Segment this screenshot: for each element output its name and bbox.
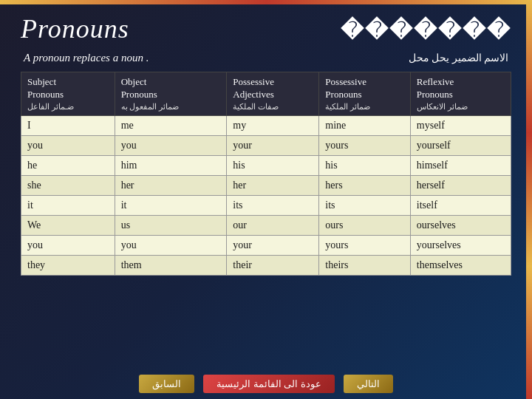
table-cell: ours: [319, 216, 410, 236]
slide: Pronouns ������� A pronoun replaces a no…: [0, 0, 532, 399]
table-cell: you: [21, 136, 115, 156]
table-header: ObjectPronounsضمائر المفعول به: [115, 72, 227, 116]
table-cell: his: [227, 156, 319, 176]
bottom-navigation: السابق عودة الى الفائمة الرئيسية التالي: [0, 375, 532, 393]
table-cell: your: [227, 136, 319, 156]
back-button[interactable]: عودة الى الفائمة الرئيسية: [203, 375, 335, 393]
next-button[interactable]: التالي: [344, 375, 393, 393]
table-cell: I: [21, 116, 115, 136]
table-row: Imemyminemyself: [21, 116, 511, 136]
table-cell: its: [319, 196, 410, 216]
table-row: Weusouroursourselves: [21, 216, 511, 236]
table-cell: him: [115, 156, 227, 176]
table-row: theythemtheirtheirsthemselves: [21, 256, 511, 276]
table-cell: its: [227, 196, 319, 216]
table-header: PossessivePronounsضمائر الملكية: [319, 72, 410, 116]
table-cell: yourself: [410, 136, 511, 156]
table-cell: our: [227, 216, 319, 236]
table-cell: We: [21, 216, 115, 236]
table-cell: ourselves: [410, 216, 511, 236]
header-row: Pronouns �������: [21, 13, 511, 44]
table-header: ReflexivePronounsضمائر الانعكاس: [410, 72, 511, 116]
table-cell: it: [115, 196, 227, 216]
pronouns-table: SubjectPronounsضـمائر الفاعلObjectPronou…: [21, 72, 511, 276]
table-cell: mine: [319, 116, 410, 136]
table-cell: yourselves: [410, 236, 511, 256]
table-cell: itself: [410, 196, 511, 216]
subtitle-row: A pronoun replaces a noun . الاسم الضمير…: [21, 52, 511, 64]
table-row: sheherherhersherself: [21, 176, 511, 196]
table-row: youyouyouryoursyourselves: [21, 236, 511, 256]
table-cell: hers: [319, 176, 410, 196]
table-row: hehimhishishimself: [21, 156, 511, 176]
table-header: PossessiveAdjectivesصفات الملكية: [227, 72, 319, 116]
table-cell: it: [21, 196, 115, 216]
table-cell: they: [21, 256, 115, 276]
table-cell: he: [21, 156, 115, 176]
table-cell: her: [227, 176, 319, 196]
table-cell: themselves: [410, 256, 511, 276]
table-cell: yours: [319, 136, 410, 156]
table-row: youyouyouryoursyourself: [21, 136, 511, 156]
table-cell: her: [115, 176, 227, 196]
slide-title: Pronouns: [21, 13, 129, 44]
table-cell: me: [115, 116, 227, 136]
subtitle-left: A pronoun replaces a noun .: [24, 52, 149, 64]
table-cell: myself: [410, 116, 511, 136]
table-cell: his: [319, 156, 410, 176]
table-cell: my: [227, 116, 319, 136]
subtitle-right: الاسم الضمير يحل محل: [409, 52, 509, 64]
table-row: itititsitsitself: [21, 196, 511, 216]
table-cell: us: [115, 216, 227, 236]
table-cell: their: [227, 256, 319, 276]
table-cell: you: [21, 236, 115, 256]
arabic-title: �������: [341, 17, 511, 43]
table-cell: you: [115, 136, 227, 156]
table-cell: you: [115, 236, 227, 256]
slide-content: Pronouns ������� A pronoun replaces a no…: [0, 0, 532, 286]
table-cell: yours: [319, 236, 410, 256]
table-header: SubjectPronounsضـمائر الفاعل: [21, 72, 115, 116]
prev-button[interactable]: السابق: [139, 375, 194, 393]
table-cell: your: [227, 236, 319, 256]
table-cell: theirs: [319, 256, 410, 276]
table-cell: them: [115, 256, 227, 276]
table-cell: herself: [410, 176, 511, 196]
table-cell: himself: [410, 156, 511, 176]
table-cell: she: [21, 176, 115, 196]
table-header-row: SubjectPronounsضـمائر الفاعلObjectPronou…: [21, 72, 511, 116]
